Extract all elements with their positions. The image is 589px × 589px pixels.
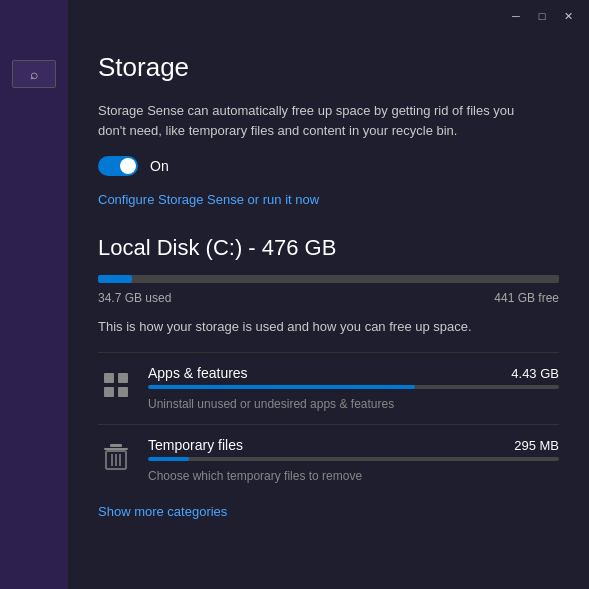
apps-desc: Uninstall unused or undesired apps & fea…	[148, 397, 394, 411]
main-content: ─ □ ✕ Storage Storage Sense can automati…	[68, 0, 589, 589]
free-label: 441 GB free	[494, 291, 559, 305]
toggle-label: On	[150, 158, 169, 174]
used-label: 34.7 GB used	[98, 291, 171, 305]
temp-category-info: Temporary files 295 MB Choose which temp…	[148, 437, 559, 484]
temp-header: Temporary files 295 MB	[148, 437, 559, 453]
trash-icon	[98, 439, 134, 475]
search-icon: ⌕	[30, 66, 38, 82]
configure-storage-link[interactable]: Configure Storage Sense or run it now	[98, 192, 559, 207]
storage-hint: This is how your storage is used and how…	[98, 319, 559, 334]
maximize-button[interactable]: □	[529, 5, 555, 27]
sidebar: ⌕	[0, 0, 68, 589]
apps-bar	[148, 385, 559, 389]
storage-description: Storage Sense can automatically free up …	[98, 101, 538, 140]
apps-category-info: Apps & features 4.43 GB Uninstall unused…	[148, 365, 559, 412]
storage-bar	[98, 275, 559, 283]
temp-name: Temporary files	[148, 437, 243, 453]
storage-sense-toggle-row: On	[98, 156, 559, 176]
category-item-temp[interactable]: Temporary files 295 MB Choose which temp…	[98, 424, 559, 496]
temp-size: 295 MB	[514, 438, 559, 453]
disk-title: Local Disk (C:) - 476 GB	[98, 235, 559, 261]
svg-rect-2	[104, 387, 114, 397]
search-box[interactable]: ⌕	[12, 60, 56, 88]
apps-size: 4.43 GB	[511, 366, 559, 381]
svg-rect-0	[104, 373, 114, 383]
apps-name: Apps & features	[148, 365, 248, 381]
show-more-link[interactable]: Show more categories	[98, 496, 559, 519]
storage-stats: 34.7 GB used 441 GB free	[98, 291, 559, 305]
svg-rect-5	[104, 448, 128, 450]
title-bar: ─ □ ✕	[68, 0, 589, 32]
apps-header: Apps & features 4.43 GB	[148, 365, 559, 381]
temp-bar-fill	[148, 457, 189, 461]
storage-bar-fill	[98, 275, 132, 283]
close-button[interactable]: ✕	[555, 5, 581, 27]
apps-bar-fill	[148, 385, 415, 389]
apps-icon	[98, 367, 134, 403]
minimize-button[interactable]: ─	[503, 5, 529, 27]
temp-desc: Choose which temporary files to remove	[148, 469, 362, 483]
svg-rect-3	[118, 387, 128, 397]
svg-rect-4	[110, 444, 122, 447]
content-area: Storage Storage Sense can automatically …	[68, 32, 589, 589]
storage-sense-toggle[interactable]	[98, 156, 138, 176]
category-item-apps[interactable]: Apps & features 4.43 GB Uninstall unused…	[98, 352, 559, 424]
svg-rect-1	[118, 373, 128, 383]
temp-bar	[148, 457, 559, 461]
toggle-knob	[120, 158, 136, 174]
page-title: Storage	[98, 52, 559, 83]
